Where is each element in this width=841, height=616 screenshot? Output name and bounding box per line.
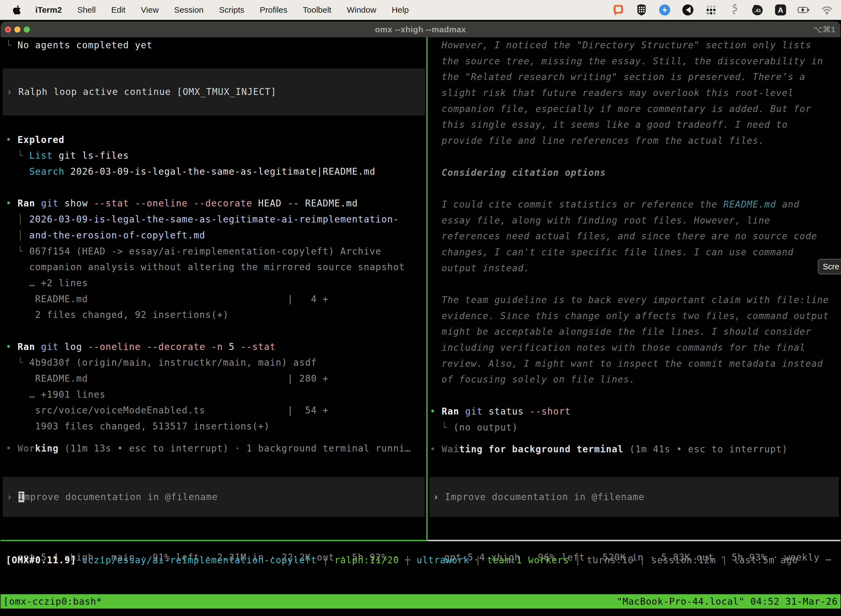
model-stats-left: gpt-5.4 xhigh · main · 91% left · 2.31M … <box>3 518 410 534</box>
terminal-line: └ 4b9d30f (origin/main, instructkr/main,… <box>3 355 425 371</box>
terminal-line: However, I noticed the "Directory Struct… <box>429 37 840 53</box>
terminal-line: README.md | 4 + <box>3 291 425 307</box>
shield-grid-icon[interactable] <box>635 4 648 16</box>
prompt-input-left[interactable]: › Improve documentation in @filename <box>3 477 424 517</box>
terminal-line: the "Related research writing" section i… <box>429 69 840 85</box>
menu-shell[interactable]: Shell <box>77 5 96 15</box>
terminal-line: might be acceptable alongside the file l… <box>429 324 840 340</box>
meter-badge-label: ..61 <box>754 8 761 13</box>
terminal-line: • Ran git status --short <box>429 403 840 419</box>
inject-banner: › Ralph loop active continue [OMX_TMUX_I… <box>3 69 425 115</box>
terminal-line: companion analysis without altering the … <box>3 259 425 275</box>
prompt-input-right[interactable]: › Improve documentation in @filename <box>429 477 839 517</box>
wifi-icon[interactable] <box>820 4 833 16</box>
terminal-line <box>429 180 840 197</box>
terminal-line: • Ran git show --stat --oneline --decora… <box>3 195 425 211</box>
terminal-line: … +2 lines <box>3 275 425 291</box>
omx-status-bar: [OMX#0.11.9] cczip/essay/ai-reimplementa… <box>6 552 798 568</box>
terminal-line: changes, I can't cite specific file line… <box>429 244 840 260</box>
terminal-line <box>429 276 840 292</box>
menu-window[interactable]: Window <box>347 5 377 15</box>
terminal-line: The team guideline is to back every impo… <box>429 292 840 308</box>
orange-chat-app-icon[interactable] <box>612 4 625 16</box>
window-hotkey-indicator: ⌥⌘1 <box>813 25 835 34</box>
macos-menu-bar: iTerm2 Shell Edit View Session Scripts P… <box>0 0 841 20</box>
terminal-line: └ (no output) <box>429 419 840 436</box>
spacer <box>429 435 840 441</box>
meter-badge-icon[interactable]: ..61 <box>751 4 764 16</box>
tmux-session-label: [omx-cczip0:bash* <box>3 596 102 607</box>
menu-profiles[interactable]: Profiles <box>259 5 287 15</box>
spacer <box>3 434 425 440</box>
menu-edit[interactable]: Edit <box>111 5 126 15</box>
terminal-line: … +1901 lines <box>3 387 425 403</box>
screen-recording-tooltip[interactable]: Scre <box>818 259 841 274</box>
terminal-line: including verification notes with those … <box>429 340 840 356</box>
menu-help[interactable]: Help <box>392 5 409 15</box>
terminal-line: references need actual files, and since … <box>429 228 840 244</box>
menu-session[interactable]: Session <box>174 5 204 15</box>
terminal-line: └ 067f154 (HEAD -> essay/ai-reimplementa… <box>3 243 425 260</box>
terminal-line: • Working (11m 13s • esc to interrupt) ·… <box>3 440 425 456</box>
terminal-line: 1903 files changed, 513517 insertions(+) <box>3 418 425 434</box>
terminal-line: • Explored <box>3 132 425 148</box>
terminal-line: review. Also, I might want to inspect th… <box>429 356 840 372</box>
terminal-line: │ and-the-erosion-of-copyleft.md <box>3 227 425 243</box>
terminal-line: • Ran git log --oneline --decorate -n 5 … <box>3 339 425 355</box>
spacer <box>3 115 425 132</box>
spacer <box>3 53 425 69</box>
terminal-line: I could cite commit statistics or refere… <box>429 197 840 213</box>
terminal-line: Considering citation options <box>429 165 840 181</box>
terminal-line <box>429 149 840 165</box>
terminal-line: Search 2026-03-09-is-legal-the-same-as-l… <box>3 164 425 180</box>
dark-disc-icon[interactable] <box>681 4 694 16</box>
input-source-label: A <box>778 6 783 14</box>
model-stats-right: gpt-5.4 xhigh · 96% left · 520K in · 5.8… <box>429 518 831 534</box>
tmux-status-bar: [omx-cczip0:bash* "MacBook-Pro-44.local"… <box>0 594 841 609</box>
terminal-line: └ List git ls-files <box>3 148 425 164</box>
squiggle-icon[interactable] <box>728 4 741 16</box>
menu-bar-status-icons: ..61 A <box>612 4 833 16</box>
terminal-line <box>3 180 425 196</box>
input-source-icon[interactable]: A <box>774 4 787 16</box>
terminal-line <box>3 323 425 339</box>
terminal-line: the source tree, missing the essay. Stil… <box>429 53 840 69</box>
terminal-line: README.md | 280 + <box>3 371 425 387</box>
dots-grid-icon[interactable] <box>705 4 717 16</box>
agent-pane-right[interactable]: However, I noticed the "Directory Struct… <box>429 37 840 540</box>
terminal-line: • Waiting for background terminal (1m 41… <box>429 441 840 457</box>
terminal-line: └ No agents completed yet <box>3 37 425 53</box>
terminal-line: companion file, especially if more comme… <box>429 101 840 117</box>
terminal-line: 2 files changed, 92 insertions(+) <box>3 307 425 323</box>
battery-icon[interactable] <box>797 4 810 16</box>
terminal-line: essay file, along with finding root file… <box>429 213 840 229</box>
menu-view[interactable]: View <box>141 5 159 15</box>
terminal-line: │ 2026-03-09-is-legal-the-same-as-legiti… <box>3 211 425 227</box>
blue-badge-icon[interactable] <box>658 4 671 16</box>
apple-menu-icon[interactable] <box>13 4 22 15</box>
terminal-line: this single essay, it seems like a good … <box>429 117 840 133</box>
terminal-line: provide file and line references from th… <box>429 133 840 149</box>
terminal-line: output instead. <box>429 260 840 276</box>
menu-iterm2[interactable]: iTerm2 <box>35 5 62 15</box>
tmux-host-clock-label: "MacBook-Pro-44.local" 04:52 31-Mar-26 <box>617 596 838 607</box>
menu-scripts[interactable]: Scripts <box>219 5 245 15</box>
terminal-line: of focusing solely on file lines. <box>429 371 840 387</box>
terminal-line: slight risk that future readers may over… <box>429 85 840 101</box>
menu-toolbelt[interactable]: Toolbelt <box>303 5 331 15</box>
terminal-line: evidence. Since this change only affects… <box>429 308 840 324</box>
terminal-area: └ No agents completed yet› Ralph loop ac… <box>0 37 841 616</box>
agent-pane-left[interactable]: └ No agents completed yet› Ralph loop ac… <box>3 37 425 540</box>
terminal-line <box>429 387 840 403</box>
window-title-bar[interactable]: omx --xhigh --madmax ⌥⌘1 <box>0 22 841 37</box>
window-title: omx --xhigh --madmax <box>0 25 841 34</box>
terminal-line: src/voice/voiceModeEnabled.ts | 54 + <box>3 402 425 418</box>
pane-divider-vertical[interactable] <box>426 37 428 541</box>
iterm2-window: omx --xhigh --madmax ⌥⌘1 └ No agents com… <box>0 22 841 616</box>
